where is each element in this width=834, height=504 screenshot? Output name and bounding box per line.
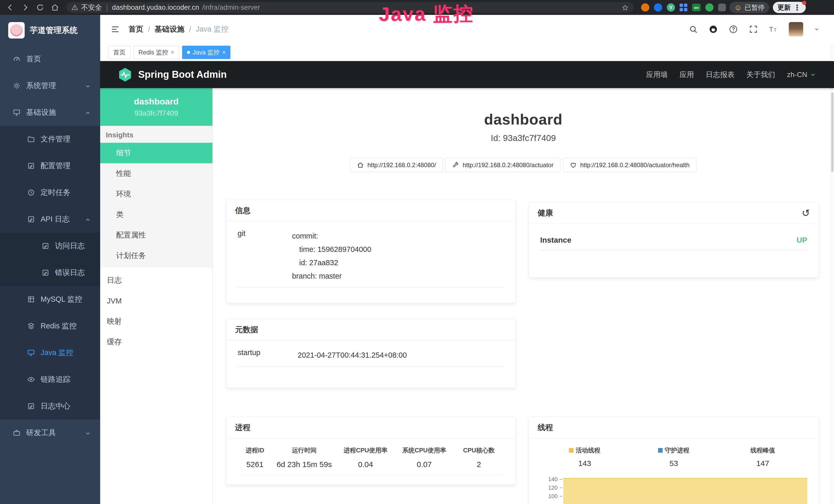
- sba-nav-scheduled-tasks[interactable]: 计划任务: [100, 246, 213, 266]
- tags-view-bar: 首页 Redis 监控× Java 监控×: [100, 44, 834, 61]
- sba-nav-details[interactable]: 细节: [100, 143, 213, 163]
- sidebar-item-system-management[interactable]: 系统管理: [0, 72, 100, 99]
- breadcrumb-home[interactable]: 首页: [128, 24, 143, 35]
- sidebar-item-redis-monitor[interactable]: Redis 监控: [0, 313, 100, 339]
- page-scrollbar[interactable]: [830, 44, 834, 504]
- sba-nav-caches[interactable]: 缓存: [100, 332, 213, 352]
- sba-nav-mappings[interactable]: 映射: [100, 311, 213, 332]
- legend-swatch-active-threads: [569, 448, 574, 453]
- sidebar-item-file-management[interactable]: 文件管理: [0, 126, 100, 153]
- sidebar-item-config-management[interactable]: 配置管理: [0, 153, 100, 179]
- instance-links: http://192.168.0.2:48080/ http://192.168…: [213, 158, 834, 172]
- address-bar[interactable]: 不安全 | dashboard.yudao.iocoder.cn/infra/a…: [66, 2, 634, 13]
- sba-content: dashboard Id: 93a3fc7f7409 http://192.16…: [213, 88, 834, 504]
- health-card: 健康 ↺ Instance UP: [529, 202, 819, 278]
- app-sidebar: 芋道管理系统 首页 系统管理 基础设施 文件管理 配置管理 定时任务 API 日…: [0, 15, 100, 504]
- instance-home-link[interactable]: http://192.168.0.2:48080/: [350, 158, 443, 172]
- sidebar-item-error-logs[interactable]: 错误日志: [0, 259, 100, 286]
- sba-nav-journal[interactable]: 日志报表: [706, 70, 734, 79]
- browser-reload-button[interactable]: [35, 2, 46, 13]
- chevron-down-icon: [85, 429, 91, 437]
- sba-brand-title[interactable]: Spring Boot Admin: [138, 69, 227, 80]
- info-card-title: 信息: [235, 205, 250, 216]
- sba-instance-header[interactable]: dashboard 93a3fc7f7409: [100, 88, 213, 126]
- sidebar-item-mysql-monitor[interactable]: MySQL 监控: [0, 286, 100, 313]
- github-icon[interactable]: [709, 25, 718, 34]
- sba-nav-environment[interactable]: 环境: [100, 184, 213, 204]
- page-title: dashboard: [213, 111, 834, 128]
- home-icon: [357, 162, 364, 168]
- update-label: 更新: [777, 3, 791, 12]
- sba-nav-wallboard[interactable]: 应用墙: [646, 70, 668, 79]
- instance-actuator-link[interactable]: http://192.168.0.2:48080/actuator: [445, 158, 561, 172]
- sba-insights-section: Insights 细节 性能 环境 类 配置属性 计划任务: [100, 126, 213, 268]
- app-logo: [8, 22, 25, 39]
- app-title: 芋道管理系统: [30, 25, 78, 36]
- url-host: dashboard.yudao.iocoder.cn: [112, 4, 199, 12]
- sba-nav-classes[interactable]: 类: [100, 204, 213, 225]
- instance-health-link[interactable]: http://192.168.0.2:48080/actuator/health: [563, 158, 697, 172]
- search-icon[interactable]: [688, 25, 698, 34]
- sidebar-item-api-logs[interactable]: API 日志: [0, 206, 100, 233]
- status-badge: UP: [796, 236, 807, 245]
- sba-nav-config-properties[interactable]: 配置属性: [100, 225, 213, 246]
- breadcrumb: 首页 / 基础设施 / Java 监控: [128, 24, 228, 35]
- sidebar-item-dev-tools[interactable]: 研发工具: [0, 419, 100, 446]
- health-row-instance: Instance UP: [540, 232, 807, 250]
- sba-nav: 应用墙 应用 日志报表 关于我们 zh-CN: [646, 70, 816, 79]
- tab-home[interactable]: 首页: [108, 46, 130, 59]
- bookmark-star-icon[interactable]: [621, 4, 629, 12]
- hamburger-icon[interactable]: [107, 24, 124, 34]
- app-logo-row[interactable]: 芋道管理系统: [0, 15, 100, 46]
- spring-boot-admin-logo[interactable]: [117, 67, 133, 83]
- daemon-threads-value: 53: [629, 459, 719, 468]
- extension-on-badge[interactable]: on: [692, 4, 701, 11]
- extension-leaf-icon[interactable]: [705, 3, 714, 12]
- sidebar-item-home[interactable]: 首页: [0, 46, 100, 72]
- scrollbar-thumb[interactable]: [831, 92, 833, 172]
- sidebar-item-log-center[interactable]: 日志中心: [0, 393, 100, 419]
- browser-back-button[interactable]: [5, 2, 16, 13]
- user-avatar[interactable]: [789, 22, 803, 37]
- browser-forward-button[interactable]: [20, 2, 31, 13]
- breadcrumb-infrastructure[interactable]: 基础设施: [155, 24, 184, 35]
- browser-extensions: V on: [641, 3, 726, 12]
- threads-card: 线程 活动线程 143 守护进程 53 线: [529, 417, 819, 504]
- breadcrumb-current: Java 监控: [196, 24, 228, 35]
- sba-nav-performance[interactable]: 性能: [100, 163, 213, 184]
- sba-nav-logs[interactable]: 日志: [100, 270, 213, 291]
- legend-swatch-daemon-threads: [658, 448, 663, 453]
- threads-chart-y-axis: 140 120 100: [540, 475, 563, 504]
- help-icon[interactable]: [729, 25, 738, 34]
- extension-vue-icon[interactable]: V: [667, 3, 675, 12]
- font-size-icon[interactable]: [769, 25, 778, 34]
- sba-nav-about[interactable]: 关于我们: [746, 70, 775, 79]
- sidebar-item-infrastructure[interactable]: 基础设施: [0, 99, 100, 126]
- instance-name: dashboard: [134, 96, 179, 107]
- close-icon[interactable]: ×: [171, 49, 174, 56]
- sidebar-item-java-monitor[interactable]: Java 监控: [0, 339, 100, 366]
- sba-header: Spring Boot Admin 应用墙 应用 日志报表 关于我们 zh-CN: [100, 61, 834, 88]
- sba-nav-jvm[interactable]: JVM: [100, 291, 213, 311]
- tab-java-monitor[interactable]: Java 监控×: [182, 46, 231, 59]
- chevron-up-icon: [85, 215, 91, 224]
- instance-id: 93a3fc7f7409: [135, 109, 178, 117]
- sba-nav-applications[interactable]: 应用: [680, 70, 694, 79]
- fullscreen-icon[interactable]: [749, 25, 758, 34]
- sidebar-item-scheduled-tasks[interactable]: 定时任务: [0, 179, 100, 206]
- close-icon[interactable]: ×: [222, 49, 225, 56]
- sidebar-item-access-logs[interactable]: 访问日志: [0, 233, 100, 259]
- tab-redis-monitor[interactable]: Redis 监控×: [134, 46, 179, 59]
- profile-paused-badge[interactable]: ☺ 已暂停: [729, 2, 769, 13]
- sidebar-item-tracing[interactable]: 链路追踪: [0, 366, 100, 393]
- extension-grid-icon[interactable]: [680, 4, 687, 11]
- sba-locale-select[interactable]: zh-CN: [787, 71, 816, 79]
- app-menu: 首页 系统管理 基础设施 文件管理 配置管理 定时任务 API 日志 访问日志 …: [0, 46, 100, 446]
- browser-home-button[interactable]: [49, 2, 61, 13]
- avatar-caret-down-icon[interactable]: [814, 26, 820, 32]
- extension-fox-icon[interactable]: [641, 3, 649, 12]
- extension-drop-icon[interactable]: [654, 3, 662, 12]
- extension-puzzle-icon[interactable]: [718, 4, 726, 11]
- browser-update-button[interactable]: 更新 ⋮: [773, 2, 806, 13]
- history-icon[interactable]: ↺: [802, 208, 810, 218]
